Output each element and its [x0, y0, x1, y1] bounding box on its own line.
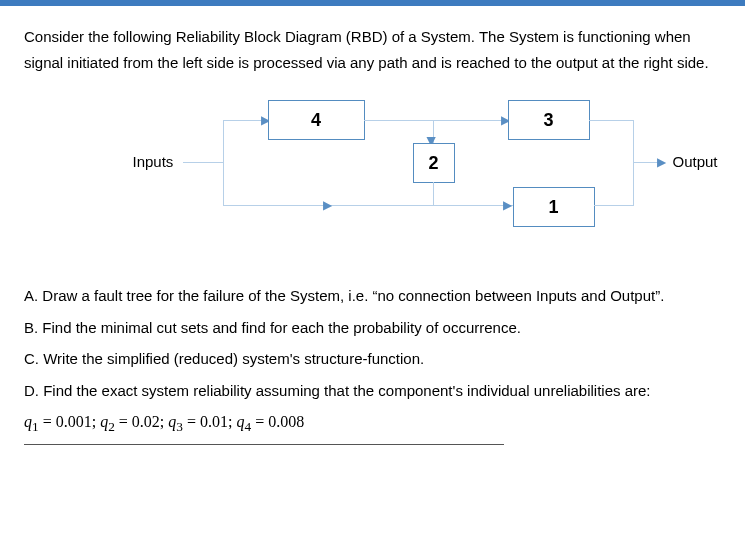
wire-after-box1 — [594, 205, 633, 206]
wire-after-box3 — [589, 120, 633, 121]
equation-line: q1 = 0.001; q2 = 0.02; q3 = 0.01; q4 = 0… — [24, 409, 721, 438]
block-4: 4 — [268, 100, 365, 140]
wire-left-vertical — [223, 120, 224, 205]
arrow-to-box1: ▶ — [503, 199, 512, 211]
question-b: B. Find the minimal cut sets and find fo… — [24, 312, 721, 344]
wire-to-box1 — [433, 205, 513, 206]
output-label: Output — [673, 153, 718, 170]
intro-text: Consider the following Reliability Block… — [24, 24, 721, 75]
block-1: 1 — [513, 187, 595, 227]
wire-after-box4 — [364, 120, 433, 121]
question-a: A. Draw a fault tree for the failure of … — [24, 280, 721, 312]
wire-top-right — [433, 120, 508, 121]
content-area: Consider the following Reliability Block… — [0, 6, 745, 455]
arrow-bottom-left: ▶ — [323, 199, 332, 211]
page-container: Consider the following Reliability Block… — [0, 0, 745, 534]
inputs-label: Inputs — [133, 153, 174, 170]
bottom-rule — [24, 444, 504, 445]
question-c: C. Write the simplified (reduced) system… — [24, 343, 721, 375]
wire-box2-down — [433, 182, 434, 205]
wire-right-vertical — [633, 120, 634, 206]
question-d: D. Find the exact system reliability ass… — [24, 375, 721, 407]
block-3: 3 — [508, 100, 590, 140]
intro-line-2: signal initiated from the left side is p… — [24, 50, 721, 76]
intro-line-1: Consider the following Reliability Block… — [24, 24, 721, 50]
wire-input-stem — [183, 162, 223, 163]
questions-block: A. Draw a fault tree for the failure of … — [24, 280, 721, 406]
rbd-diagram: Inputs Output ▶ ▶ 4 ▶ ▶ 2 — [33, 95, 713, 255]
block-2: 2 — [413, 143, 455, 183]
arrow-output: ▶ — [657, 156, 666, 168]
